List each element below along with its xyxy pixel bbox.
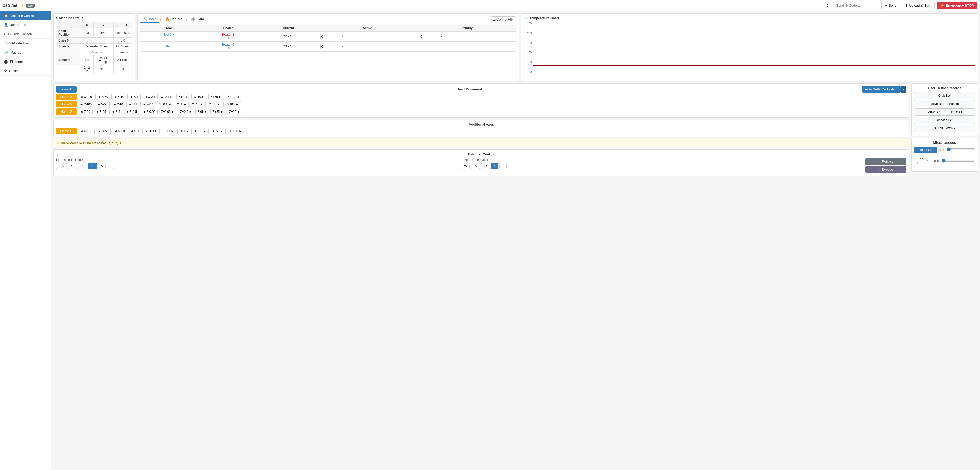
axes-warning-box: ⚠ The following axes are not homed: X, Y… <box>53 139 909 147</box>
x-plus-10[interactable]: X+10 ► <box>191 94 207 100</box>
home-x-button[interactable]: Home X <box>56 94 76 100</box>
x-plus-1[interactable]: X+1 ► <box>176 94 191 100</box>
x-minus-01[interactable]: ◄ X-0.1 <box>142 94 158 100</box>
feed-100[interactable]: 100 <box>56 163 67 169</box>
bed-link[interactable]: Bed <box>166 45 171 48</box>
feed-5[interactable]: 5 <box>98 163 106 169</box>
tab-heaters[interactable]: 🔥 Heaters <box>162 16 185 22</box>
control-all-dropdown[interactable]: ☰ Control All ▾ <box>490 16 516 22</box>
y-minus-100[interactable]: ◄ Y-100 <box>78 101 94 107</box>
feedrate-1[interactable]: 1 <box>500 163 507 169</box>
z-plus-25[interactable]: Z+25 ► <box>210 109 226 115</box>
upload-icon: ⬆ <box>905 3 908 8</box>
feedrate-30[interactable]: 30 <box>471 163 480 169</box>
bed-active-input[interactable] <box>320 44 341 49</box>
sidebar-item-macros[interactable]: 🔗 Macros <box>0 48 51 57</box>
z-minus-25[interactable]: ◄ Z-25 <box>94 109 108 115</box>
macro-move-bed-table[interactable]: Move Bed To Table Level <box>914 108 975 116</box>
z-plus-05[interactable]: Z+0.5 ► <box>178 109 194 115</box>
help-button[interactable]: ? <box>824 2 831 9</box>
heater-0-standby-input[interactable] <box>420 34 440 39</box>
y-minus-10[interactable]: ◄ Y-10 <box>111 101 125 107</box>
feed-1[interactable]: 1 <box>107 163 114 169</box>
u-plus-50[interactable]: U+50 ► <box>210 128 226 134</box>
emergency-stop-button[interactable]: ⚡ Emergency STOP <box>937 2 977 10</box>
home-u-button[interactable]: Home U <box>56 128 76 134</box>
y-plus-10[interactable]: Y+10 ► <box>189 101 205 107</box>
z-plus-5[interactable]: Z+5 ► <box>195 109 209 115</box>
home-y-button[interactable]: Home Y <box>56 101 76 107</box>
extruder-controls-row: Feed amount in mm: 100 50 20 10 5 1 <box>56 158 907 173</box>
feedrate-60[interactable]: 60 <box>461 163 470 169</box>
macro-grab-belt[interactable]: Grab Belt <box>914 92 975 99</box>
extrude-button[interactable]: ↓ Extrude <box>865 166 907 173</box>
feed-10[interactable]: 10 <box>88 163 97 169</box>
auto-delta-button[interactable]: Auto Delta Calibration <box>862 86 900 92</box>
feedrate-5[interactable]: 5 <box>491 163 498 169</box>
x-minus-50[interactable]: ◄ X-50 <box>95 94 110 100</box>
y-plus-1[interactable]: Y+1 ► <box>175 101 189 107</box>
z-plus-50[interactable]: Z+50 ► <box>227 109 242 115</box>
x-plus-100[interactable]: X+100 ► <box>225 94 242 100</box>
x-value: n/a <box>81 28 94 38</box>
tab-extra[interactable]: ➕ Extra <box>188 16 207 22</box>
u-minus-100[interactable]: ◄ U-100 <box>78 128 95 134</box>
upload-start-button[interactable]: ⬆ Upload & Start <box>902 2 935 10</box>
sidebar-item-gcode-files[interactable]: 📄 G-Code Files <box>0 39 51 48</box>
u-plus-1[interactable]: U+1 ► <box>177 128 192 134</box>
z-minus-005[interactable]: ◄ Z-0.05 <box>140 109 158 115</box>
z-minus-5[interactable]: ◄ Z-5 <box>110 109 123 115</box>
x-plus-50[interactable]: X+50 ► <box>208 94 224 100</box>
y-plus-01[interactable]: Y+0.1 ► <box>157 101 174 107</box>
retract-button[interactable]: ↑ Retract <box>865 158 907 165</box>
feed-20[interactable]: 20 <box>78 163 87 169</box>
u-minus-10[interactable]: ◄ U-10 <box>112 128 127 134</box>
x-minus-100[interactable]: ◄ X-100 <box>78 94 94 100</box>
sidebar-item-settings[interactable]: ⚙ Settings <box>0 66 51 76</box>
x-minus-1[interactable]: ◄ X-1 <box>127 94 141 100</box>
y-minus-50[interactable]: ◄ Y-50 <box>95 101 110 107</box>
send-button[interactable]: ✈ Send <box>881 2 900 10</box>
y-plus-50[interactable]: Y+50 ► <box>207 101 223 107</box>
u-minus-50[interactable]: ◄ U-50 <box>95 128 111 134</box>
z-minus-05[interactable]: ◄ Z-0.5 <box>124 109 139 115</box>
sidebar-item-filaments[interactable]: ⬤ Filaments <box>0 57 51 66</box>
heater-0-active-input[interactable] <box>320 34 341 39</box>
u-minus-01[interactable]: ◄ U-0.1 <box>143 128 159 134</box>
tools-icon: 🔧 <box>143 17 147 21</box>
u-plus-01[interactable]: U+0.1 ► <box>159 128 176 134</box>
x-plus-01[interactable]: X+0.1 ► <box>159 94 175 100</box>
macro-release-belt[interactable]: Release Belt <box>914 116 975 124</box>
fan0-slider[interactable] <box>942 159 975 163</box>
gcode-input[interactable] <box>833 2 879 10</box>
machine-status-panel: ℹ Machine Status X Y Z U <box>53 13 135 81</box>
home-z-button[interactable]: Home Z <box>56 108 76 115</box>
bed-standby <box>417 41 516 51</box>
tool-fan-button[interactable]: Tool Fan <box>914 147 937 153</box>
feed-50[interactable]: 50 <box>68 163 77 169</box>
extruder-control-panel: Extruder Control Feed amount in mm: 100 … <box>53 150 909 176</box>
tool-0-link[interactable]: Tool 0 ▾ <box>163 33 174 37</box>
main-layout: 🏠 Machine Control 👤 Job Status ≥ G-Code … <box>0 11 980 470</box>
x-minus-10[interactable]: ◄ X-10 <box>111 94 127 100</box>
y-plus-100[interactable]: Y+100 ► <box>223 101 241 107</box>
tab-tools[interactable]: 🔧 Tools <box>140 16 159 22</box>
u-plus-10[interactable]: U+10 ► <box>193 128 208 134</box>
y-minus-1[interactable]: ◄ Y-1 <box>126 101 139 107</box>
fan0-button[interactable]: Fan 0 ↗ <box>914 156 932 166</box>
u-plus-100[interactable]: U+100 ► <box>226 128 244 134</box>
z-plus-005[interactable]: Z+0.05 ► <box>159 109 177 115</box>
macro-move-bed-bottom[interactable]: Move Bed To Bottom <box>914 100 975 107</box>
sidebar-item-job-status[interactable]: 👤 Job Status <box>0 20 51 29</box>
feedrate-15[interactable]: 15 <box>481 163 490 169</box>
macro-setnetwork[interactable]: SETNETWORK <box>914 125 975 132</box>
tool-fan-slider[interactable] <box>947 147 975 151</box>
auto-delta-dropdown[interactable]: ▾ <box>900 86 907 92</box>
home-all-button[interactable]: Home All <box>56 86 76 92</box>
sidebar-item-gcode-console[interactable]: ≥ G-Code Console <box>0 29 51 39</box>
y-minus-01[interactable]: ◄ Y-0.1 <box>140 101 156 107</box>
plus-icon: ➕ <box>191 17 195 21</box>
sidebar-item-machine-control[interactable]: 🏠 Machine Control <box>0 11 51 20</box>
u-minus-1[interactable]: ◄ U-1 <box>128 128 142 134</box>
z-minus-50[interactable]: ◄ Z-50 <box>78 109 92 115</box>
